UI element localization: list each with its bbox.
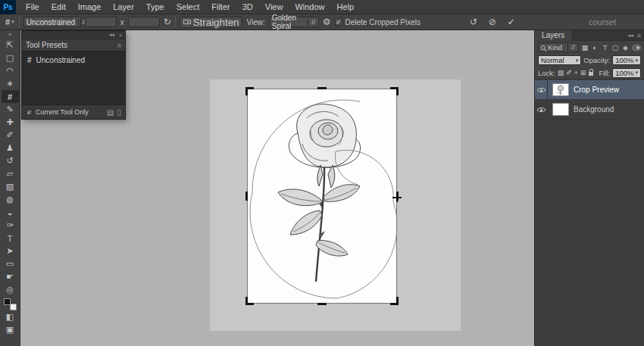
lock-transparency-icon[interactable]: ▨ [558, 69, 564, 76]
menu-bar: Ps File Edit Image Layer Type Select Fil… [0, 0, 644, 14]
type-filter-icon[interactable]: T [601, 44, 608, 51]
menu-window[interactable]: Window [289, 0, 330, 14]
move-tool[interactable]: ⇱ [2, 39, 19, 51]
lock-artboard-icon[interactable]: ⊞ [580, 69, 586, 76]
crop-handle-top-right[interactable] [390, 87, 399, 95]
blend-mode-select[interactable]: Normal ▾ [538, 55, 581, 65]
crop-box[interactable] [248, 89, 396, 303]
crop-handle-bottom-left[interactable] [245, 297, 254, 305]
commit-crop-button[interactable]: ✓ [508, 17, 515, 27]
blur-tool[interactable]: ◍ [2, 193, 19, 206]
crop-preset-icon: # [27, 56, 32, 64]
menu-3d[interactable]: 3D [236, 0, 259, 14]
crop-height-input[interactable] [128, 17, 160, 27]
menu-image[interactable]: Image [72, 0, 108, 14]
opacity-field[interactable]: 100% ▾ [612, 55, 641, 65]
crop-handle-top-left[interactable] [245, 87, 254, 95]
type-tool[interactable]: T [2, 232, 19, 245]
tool-preset-item[interactable]: # Unconstrained [22, 54, 125, 66]
crop-ratio-value: Unconstrained [27, 18, 75, 26]
current-tool-only-checkbox[interactable]: ✓ [26, 109, 33, 116]
crop-handle-right[interactable] [396, 192, 399, 201]
pen-tool[interactable]: ✑ [2, 219, 19, 232]
current-tool-only-label: Current Tool Only [36, 108, 89, 116]
eye-icon [537, 108, 546, 112]
foreground-background-colors[interactable] [4, 298, 17, 310]
shape-tool[interactable]: ▭ [2, 257, 19, 270]
adjustment-filter-icon[interactable]: ◐ [591, 44, 599, 51]
delete-preset-icon[interactable]: ▯ [117, 108, 121, 117]
checkbox-check-icon: ✓ [335, 18, 342, 26]
layers-menu-icon[interactable]: ≡ [637, 32, 641, 39]
layer-thumbnail[interactable] [552, 83, 569, 96]
layer-row-background[interactable]: Background [535, 100, 644, 120]
eyedropper-tool[interactable]: ✎ [2, 103, 19, 116]
quick-selection-tool[interactable]: ∗ [2, 77, 19, 90]
healing-brush-tool[interactable]: ✚ [2, 116, 19, 129]
screen-mode-button[interactable]: ▣ [2, 323, 19, 336]
toolbar-collapse-icon[interactable]: » [8, 30, 11, 39]
layer-row-crop-preview[interactable]: Crop Preview [535, 80, 644, 100]
lock-all-icon[interactable] [589, 72, 594, 76]
crop-handle-top[interactable] [317, 87, 327, 89]
crop-tool[interactable]: # [2, 90, 19, 103]
panel-collapse-icon[interactable]: ◂◂ [628, 33, 633, 39]
lock-pixels-icon[interactable]: ✐ [566, 69, 572, 76]
zoom-tool[interactable]: ◎ [2, 283, 19, 296]
brush-tool[interactable]: ✐ [2, 129, 19, 142]
menu-select[interactable]: Select [170, 0, 206, 14]
visibility-toggle[interactable] [535, 100, 548, 119]
dodge-tool[interactable]: ◒ [2, 206, 19, 219]
overlay-select[interactable]: Golden Spiral ⇵ [269, 17, 319, 27]
history-brush-tool[interactable]: ↺ [2, 154, 19, 167]
menu-view[interactable]: View [259, 0, 289, 14]
filter-toggle-switch[interactable] [632, 45, 641, 51]
layer-thumbnail[interactable] [552, 103, 569, 116]
path-selection-tool[interactable]: ➤ [2, 245, 19, 257]
menu-filter[interactable]: Filter [205, 0, 236, 14]
cancel-crop-button[interactable]: ⊘ [489, 17, 496, 27]
reset-crop-button[interactable]: ↺ [470, 17, 477, 27]
menu-file[interactable]: File [20, 0, 45, 14]
tool-presets-footer: ✓ Current Tool Only ▤ ▯ [22, 105, 125, 119]
clone-stamp-tool[interactable]: ♟ [2, 142, 19, 154]
straighten-button[interactable]: Straighten [180, 17, 243, 28]
gradient-tool[interactable]: ▧ [2, 180, 19, 193]
delete-cropped-pixels-checkbox[interactable]: ✓ Delete Cropped Pixels [335, 18, 421, 26]
lasso-tool[interactable]: ◠ [2, 64, 19, 77]
tool-preset-label: Unconstrained [36, 56, 85, 64]
menu-type[interactable]: Type [140, 0, 170, 14]
crop-handle-bottom[interactable] [317, 303, 327, 305]
menu-layer[interactable]: Layer [107, 0, 140, 14]
rotate-crop-icon[interactable]: ↻ [164, 17, 171, 27]
crop-handle-bottom-right[interactable] [390, 297, 399, 305]
crop-width-input[interactable] [85, 17, 117, 27]
background-color-swatch[interactable] [10, 304, 17, 310]
crop-ratio-select[interactable]: Unconstrained ⇵ [23, 17, 81, 27]
tool-presets-tab[interactable]: Tool Presets ≡ [22, 39, 125, 51]
eraser-tool[interactable]: ▱ [2, 167, 19, 180]
crop-handle-left[interactable] [245, 192, 248, 201]
panel-collapse-icon[interactable]: ◂◂ [109, 32, 114, 38]
lock-position-icon[interactable]: + [574, 69, 578, 76]
fill-field[interactable]: 100% ▾ [612, 68, 641, 78]
visibility-toggle[interactable] [535, 80, 548, 99]
tool-preset-picker[interactable]: # ▾ [4, 17, 20, 28]
menu-help[interactable]: Help [331, 0, 361, 14]
blend-mode-value: Normal [541, 56, 564, 64]
panel-menu-icon[interactable]: ≡ [117, 42, 121, 49]
hand-tool[interactable]: ☛ [2, 270, 19, 283]
filter-kind-select[interactable]: Kind ⇵ [538, 42, 579, 52]
marquee-tool[interactable]: ▢ [2, 51, 19, 64]
pixel-layer-filter-icon[interactable]: ▦ [581, 44, 589, 51]
quick-mask-button[interactable]: ◧ [2, 310, 19, 323]
tool-presets-panel: ◂◂ × Tool Presets ≡ # Unconstrained ✓ Cu… [21, 30, 126, 120]
smart-object-filter-icon[interactable]: ◈ [621, 44, 629, 51]
new-preset-icon[interactable]: ▤ [107, 108, 114, 117]
menu-edit[interactable]: Edit [45, 0, 72, 14]
panel-close-icon[interactable]: × [119, 33, 122, 38]
layers-tab[interactable]: Layers [535, 30, 571, 41]
shape-filter-icon[interactable]: ▢ [611, 44, 619, 51]
crop-settings-gear-icon[interactable]: ⚙ [323, 17, 331, 27]
foreground-color-swatch[interactable] [4, 298, 11, 305]
